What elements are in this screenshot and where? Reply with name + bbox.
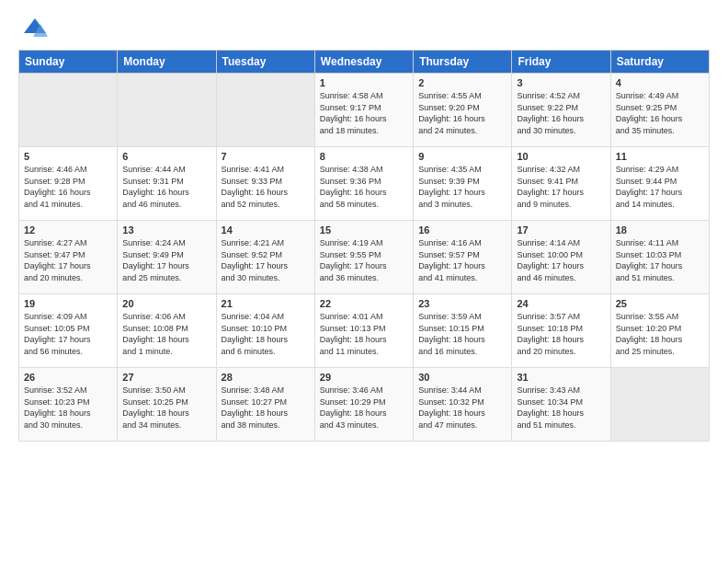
day-number: 10 [517,151,605,162]
day-info: Sunrise: 3:55 AM Sunset: 10:20 PM Daylig… [616,311,704,357]
calendar-week-row: 26Sunrise: 3:52 AM Sunset: 10:23 PM Dayl… [19,368,710,442]
calendar-header-monday: Monday [118,51,216,74]
calendar-week-row: 19Sunrise: 4:09 AM Sunset: 10:05 PM Dayl… [19,294,710,368]
day-number: 16 [418,224,506,236]
day-info: Sunrise: 4:21 AM Sunset: 9:52 PM Dayligh… [222,237,310,283]
calendar-cell: 16Sunrise: 4:16 AM Sunset: 9:57 PM Dayli… [414,221,512,294]
calendar-cell: 29Sunrise: 3:46 AM Sunset: 10:29 PM Dayl… [314,368,413,442]
calendar-header-saturday: Saturday [610,51,709,74]
day-number: 30 [418,372,506,383]
day-number: 3 [517,77,605,88]
day-number: 31 [517,372,605,383]
day-info: Sunrise: 3:50 AM Sunset: 10:25 PM Daylig… [122,385,210,431]
day-number: 7 [222,151,310,162]
day-info: Sunrise: 4:35 AM Sunset: 9:39 PM Dayligh… [418,164,506,210]
calendar-cell: 12Sunrise: 4:27 AM Sunset: 9:47 PM Dayli… [19,221,118,294]
calendar-cell: 9Sunrise: 4:35 AM Sunset: 9:39 PM Daylig… [414,147,512,221]
calendar-cell: 31Sunrise: 3:43 AM Sunset: 10:34 PM Dayl… [512,368,610,442]
calendar-week-row: 5Sunrise: 4:46 AM Sunset: 9:28 PM Daylig… [19,147,710,221]
calendar-cell: 10Sunrise: 4:32 AM Sunset: 9:41 PM Dayli… [512,147,610,221]
day-info: Sunrise: 4:06 AM Sunset: 10:08 PM Daylig… [122,311,210,357]
day-info: Sunrise: 4:55 AM Sunset: 9:20 PM Dayligh… [418,90,506,136]
day-info: Sunrise: 4:49 AM Sunset: 9:25 PM Dayligh… [616,90,704,136]
day-number: 17 [517,224,605,236]
calendar-header-wednesday: Wednesday [314,51,413,74]
calendar-cell: 11Sunrise: 4:29 AM Sunset: 9:44 PM Dayli… [610,147,709,221]
day-number: 8 [320,151,408,162]
day-info: Sunrise: 4:01 AM Sunset: 10:13 PM Daylig… [320,311,408,357]
day-info: Sunrise: 4:04 AM Sunset: 10:10 PM Daylig… [222,311,310,357]
day-info: Sunrise: 4:09 AM Sunset: 10:05 PM Daylig… [24,311,112,357]
calendar-cell: 6Sunrise: 4:44 AM Sunset: 9:31 PM Daylig… [118,147,216,221]
day-info: Sunrise: 4:52 AM Sunset: 9:22 PM Dayligh… [517,90,605,136]
calendar-week-row: 12Sunrise: 4:27 AM Sunset: 9:47 PM Dayli… [19,221,710,294]
day-number: 22 [320,298,408,309]
day-number: 12 [24,224,112,236]
day-info: Sunrise: 4:16 AM Sunset: 9:57 PM Dayligh… [418,237,506,283]
day-number: 19 [24,298,112,309]
calendar-cell: 18Sunrise: 4:11 AM Sunset: 10:03 PM Dayl… [610,221,709,294]
calendar-cell: 7Sunrise: 4:41 AM Sunset: 9:33 PM Daylig… [216,147,314,221]
day-number: 14 [222,224,310,236]
calendar-cell: 23Sunrise: 3:59 AM Sunset: 10:15 PM Dayl… [414,294,512,368]
calendar-cell: 3Sunrise: 4:52 AM Sunset: 9:22 PM Daylig… [512,74,610,147]
day-info: Sunrise: 4:11 AM Sunset: 10:03 PM Daylig… [616,237,704,283]
day-number: 5 [24,151,112,162]
day-info: Sunrise: 4:29 AM Sunset: 9:44 PM Dayligh… [616,164,704,210]
calendar-cell: 21Sunrise: 4:04 AM Sunset: 10:10 PM Dayl… [216,294,314,368]
day-number: 26 [24,372,112,383]
calendar-cell: 27Sunrise: 3:50 AM Sunset: 10:25 PM Dayl… [118,368,216,442]
day-number: 20 [122,298,210,309]
day-number: 2 [418,77,506,88]
calendar-week-row: 1Sunrise: 4:58 AM Sunset: 9:17 PM Daylig… [19,74,710,147]
day-number: 18 [616,224,704,236]
calendar-table: SundayMondayTuesdayWednesdayThursdayFrid… [18,50,710,442]
calendar-cell: 24Sunrise: 3:57 AM Sunset: 10:18 PM Dayl… [512,294,610,368]
day-number: 11 [616,151,704,162]
calendar-cell: 17Sunrise: 4:14 AM Sunset: 10:00 PM Dayl… [512,221,610,294]
calendar-cell: 8Sunrise: 4:38 AM Sunset: 9:36 PM Daylig… [314,147,413,221]
day-info: Sunrise: 4:32 AM Sunset: 9:41 PM Dayligh… [517,164,605,210]
header [18,15,710,40]
day-number: 29 [320,372,408,383]
calendar-cell: 13Sunrise: 4:24 AM Sunset: 9:49 PM Dayli… [118,221,216,294]
day-info: Sunrise: 4:41 AM Sunset: 9:33 PM Dayligh… [222,164,310,210]
day-info: Sunrise: 4:27 AM Sunset: 9:47 PM Dayligh… [24,237,112,283]
calendar-cell: 15Sunrise: 4:19 AM Sunset: 9:55 PM Dayli… [314,221,413,294]
day-number: 15 [320,224,408,236]
logo-icon [22,15,48,40]
day-info: Sunrise: 4:58 AM Sunset: 9:17 PM Dayligh… [320,90,408,136]
day-number: 1 [320,77,408,88]
day-number: 13 [122,224,210,236]
day-info: Sunrise: 4:19 AM Sunset: 9:55 PM Dayligh… [320,237,408,283]
calendar-cell: 2Sunrise: 4:55 AM Sunset: 9:20 PM Daylig… [414,74,512,147]
calendar-header-tuesday: Tuesday [216,51,314,74]
day-number: 27 [122,372,210,383]
calendar-cell [610,368,709,442]
day-info: Sunrise: 4:46 AM Sunset: 9:28 PM Dayligh… [24,164,112,210]
calendar-cell: 28Sunrise: 3:48 AM Sunset: 10:27 PM Dayl… [216,368,314,442]
day-number: 25 [616,298,704,309]
day-info: Sunrise: 3:44 AM Sunset: 10:32 PM Daylig… [418,385,506,431]
day-info: Sunrise: 4:14 AM Sunset: 10:00 PM Daylig… [517,237,605,283]
day-number: 9 [418,151,506,162]
day-info: Sunrise: 3:52 AM Sunset: 10:23 PM Daylig… [24,385,112,431]
day-number: 24 [517,298,605,309]
day-number: 21 [222,298,310,309]
calendar-cell [216,74,314,147]
day-number: 23 [418,298,506,309]
day-number: 4 [616,77,704,88]
day-info: Sunrise: 4:24 AM Sunset: 9:49 PM Dayligh… [122,237,210,283]
calendar-cell: 4Sunrise: 4:49 AM Sunset: 9:25 PM Daylig… [610,74,709,147]
calendar-cell: 14Sunrise: 4:21 AM Sunset: 9:52 PM Dayli… [216,221,314,294]
day-number: 6 [122,151,210,162]
logo [18,15,48,40]
calendar-cell: 22Sunrise: 4:01 AM Sunset: 10:13 PM Dayl… [314,294,413,368]
calendar-cell: 20Sunrise: 4:06 AM Sunset: 10:08 PM Dayl… [118,294,216,368]
page: SundayMondayTuesdayWednesdayThursdayFrid… [0,0,728,563]
calendar-cell: 30Sunrise: 3:44 AM Sunset: 10:32 PM Dayl… [414,368,512,442]
calendar-cell [19,74,118,147]
calendar-cell: 19Sunrise: 4:09 AM Sunset: 10:05 PM Dayl… [19,294,118,368]
day-info: Sunrise: 3:48 AM Sunset: 10:27 PM Daylig… [222,385,310,431]
calendar-cell: 1Sunrise: 4:58 AM Sunset: 9:17 PM Daylig… [314,74,413,147]
